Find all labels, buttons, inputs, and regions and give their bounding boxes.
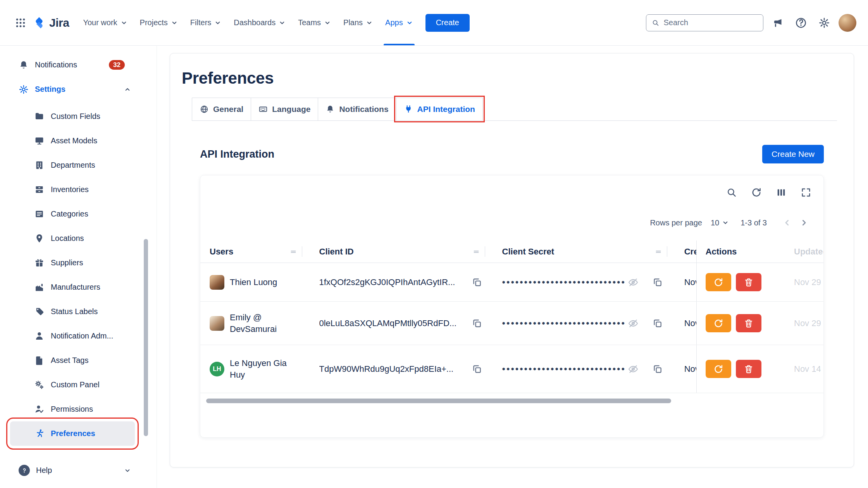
create-button[interactable]: Create (425, 14, 470, 32)
column-header-client-id[interactable]: Client ID (302, 241, 485, 263)
table-search-icon[interactable] (726, 187, 737, 198)
copy-icon[interactable] (472, 277, 482, 287)
gears-icon (34, 380, 45, 390)
column-drag-icon[interactable] (654, 247, 663, 256)
column-drag-icon[interactable] (472, 247, 480, 256)
gear-icon (19, 84, 29, 95)
factory-icon (34, 282, 45, 292)
help-icon[interactable] (792, 14, 810, 32)
nav-item-filters[interactable]: Filters (184, 0, 227, 45)
search-box[interactable] (646, 14, 763, 31)
main-content: Preferences General Language Notificatio… (157, 46, 868, 488)
copy-icon[interactable] (653, 318, 663, 328)
sidebar-item-departments[interactable]: Departments (10, 153, 135, 177)
sidebar-item-asset-tags[interactable]: Asset Tags (10, 348, 135, 373)
sidebar-scrollbar[interactable] (144, 239, 148, 436)
client-secret-masked: •••••••••••••••••••••••••••• (502, 318, 626, 329)
copy-icon[interactable] (653, 364, 663, 374)
client-secret-cell: •••••••••••••••••••••••••••• (485, 345, 667, 393)
sidebar-item-manufacturers[interactable]: Manufacturers (10, 275, 135, 299)
nav-label: Your work (83, 18, 117, 27)
search-input[interactable] (664, 18, 758, 27)
api-integration-table-panel: Rows per page 10 1-3 of 3 Users Client I… (200, 175, 824, 438)
chevron-down-icon (324, 19, 331, 26)
sidebar-item-label: Status Labels (51, 307, 98, 316)
nav-item-teams[interactable]: Teams (292, 0, 337, 45)
column-header-users[interactable]: Users (200, 241, 302, 263)
sidebar-item-notification-admins[interactable]: Notification Adm... (10, 324, 135, 348)
copy-icon[interactable] (472, 318, 482, 328)
delete-key-button[interactable] (736, 360, 761, 378)
announcement-megaphone-icon[interactable] (769, 14, 787, 32)
users-cell: Emily @ DevSamurai (200, 302, 302, 345)
tab-general[interactable]: General (192, 98, 251, 120)
user-name: Le Nguyen Gia Huy (230, 357, 289, 380)
regenerate-key-button[interactable] (706, 314, 731, 332)
client-id-cell: 0leLuL8aSXQLAMqPMtlly05RdFD... (302, 302, 485, 345)
nav-label: Teams (298, 18, 321, 27)
nav-item-plans[interactable]: Plans (337, 0, 379, 45)
sidebar-item-suppliers[interactable]: Suppliers (10, 251, 135, 275)
sidebar-item-label: Custom Panel (51, 380, 100, 389)
rows-per-page-select[interactable]: 10 (711, 218, 729, 227)
eye-off-icon[interactable] (628, 364, 639, 375)
column-drag-icon[interactable] (289, 247, 298, 256)
chevron-up-icon (124, 86, 131, 93)
table-row: LH Le Nguyen Gia Huy TdpW90WhRdu9gUq2xFp… (200, 345, 823, 393)
sidebar-item-label: Categories (51, 210, 88, 218)
nav-item-your-work[interactable]: Your work (77, 0, 133, 45)
tab-notifications[interactable]: Notifications (318, 98, 396, 120)
regenerate-key-button[interactable] (706, 360, 731, 378)
keyboard-icon (258, 105, 268, 114)
delete-key-button[interactable] (736, 314, 761, 332)
table-fullscreen-icon[interactable] (801, 187, 811, 198)
sidebar-item-label: Help (36, 466, 52, 475)
eye-off-icon[interactable] (628, 277, 639, 288)
sidebar-item-label: Notifications (35, 60, 77, 69)
user-avatar[interactable] (839, 14, 856, 32)
sidebar-item-permissions[interactable]: Permissions (10, 397, 135, 421)
tab-language[interactable]: Language (251, 98, 318, 120)
actions-cell: Nov 14 (696, 345, 823, 393)
table-horizontal-scrollbar[interactable] (206, 399, 671, 403)
tab-api-integration[interactable]: API Integration (396, 98, 483, 120)
bell-icon (326, 105, 335, 114)
created-value: Nov... (684, 364, 696, 374)
jira-logo[interactable]: Jira (29, 16, 72, 29)
nav-label: Apps (385, 18, 403, 27)
nav-item-projects[interactable]: Projects (134, 0, 184, 45)
eye-off-icon[interactable] (628, 318, 639, 329)
nav-item-dashboards[interactable]: Dashboards (227, 0, 292, 45)
column-header-created[interactable]: Created (667, 241, 696, 263)
sidebar-item-preferences[interactable]: Preferences (10, 421, 135, 446)
pagination-prev-icon[interactable] (778, 214, 796, 231)
sidebar-item-settings[interactable]: Settings (10, 77, 135, 101)
sidebar-item-notifications[interactable]: Notifications 32 (10, 53, 135, 77)
table-columns-icon[interactable] (776, 187, 787, 198)
copy-icon[interactable] (653, 277, 663, 287)
pagination-next-icon[interactable] (796, 214, 813, 231)
sidebar-item-label: Asset Models (51, 136, 97, 145)
sidebar-item-categories[interactable]: Categories (10, 202, 135, 226)
sidebar-item-help[interactable]: Help (10, 458, 135, 483)
sidebar-item-custom-fields[interactable]: Custom Fields (10, 104, 135, 129)
delete-key-button[interactable] (736, 273, 761, 291)
sidebar-item-status-labels[interactable]: Status Labels (10, 299, 135, 324)
nav-item-apps[interactable]: Apps (379, 0, 419, 45)
list-icon (34, 209, 45, 219)
sidebar-item-locations[interactable]: Locations (10, 226, 135, 251)
client-secret-cell: •••••••••••••••••••••••••••• (485, 302, 667, 345)
app-switcher-icon[interactable] (12, 14, 29, 32)
copy-icon[interactable] (472, 364, 482, 374)
column-header-client-secret[interactable]: Client Secret (485, 241, 667, 263)
sidebar-item-inventories[interactable]: Inventories (10, 177, 135, 202)
users-cell: LH Le Nguyen Gia Huy (200, 345, 302, 393)
regenerate-key-button[interactable] (706, 273, 731, 291)
create-new-button[interactable]: Create New (762, 145, 824, 163)
settings-gear-icon[interactable] (815, 14, 833, 32)
sidebar-item-asset-models[interactable]: Asset Models (10, 129, 135, 153)
table-refresh-icon[interactable] (751, 187, 762, 198)
sidebar-item-custom-panel[interactable]: Custom Panel (10, 373, 135, 397)
sidebar-item-label: Suppliers (51, 258, 83, 267)
chevron-down-icon (722, 219, 729, 226)
